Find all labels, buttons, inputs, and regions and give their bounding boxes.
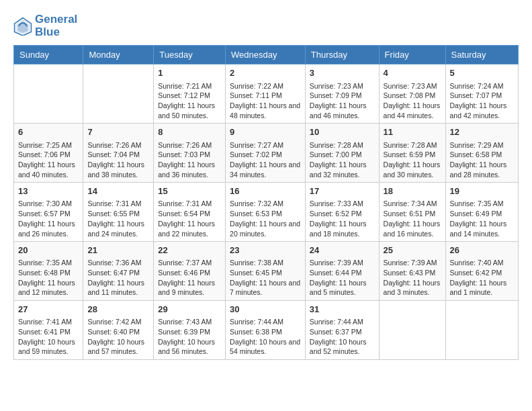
calendar-day-header: Sunday [14,46,83,64]
calendar-cell: 27Sunrise: 7:41 AM Sunset: 6:41 PM Dayli… [14,301,83,360]
day-info: Sunrise: 7:22 AM Sunset: 7:11 PM Dayligh… [230,81,301,121]
calendar-cell: 12Sunrise: 7:29 AM Sunset: 6:58 PM Dayli… [445,124,518,183]
day-info: Sunrise: 7:44 AM Sunset: 6:37 PM Dayligh… [310,317,375,357]
day-info: Sunrise: 7:31 AM Sunset: 6:54 PM Dayligh… [158,199,221,238]
day-number: 21 [87,244,149,257]
calendar-week-row: 20Sunrise: 7:35 AM Sunset: 6:48 PM Dayli… [14,242,519,301]
day-number: 29 [158,304,221,316]
logo-icon [13,17,32,36]
day-number: 26 [450,244,514,257]
day-number: 19 [450,185,514,197]
calendar-day-header: Wednesday [226,46,306,64]
day-number: 30 [230,304,301,316]
day-info: Sunrise: 7:39 AM Sunset: 6:43 PM Dayligh… [384,258,441,298]
day-number: 7 [87,126,149,138]
calendar-cell: 28Sunrise: 7:42 AM Sunset: 6:40 PM Dayli… [83,301,154,360]
day-info: Sunrise: 7:26 AM Sunset: 7:03 PM Dayligh… [158,140,221,180]
calendar-cell [83,64,154,124]
day-number: 9 [230,126,301,138]
calendar-cell: 24Sunrise: 7:39 AM Sunset: 6:44 PM Dayli… [305,242,379,301]
calendar-cell: 10Sunrise: 7:28 AM Sunset: 7:00 PM Dayli… [305,124,379,183]
day-info: Sunrise: 7:24 AM Sunset: 7:07 PM Dayligh… [450,81,514,121]
day-info: Sunrise: 7:40 AM Sunset: 6:42 PM Dayligh… [450,258,514,298]
day-info: Sunrise: 7:28 AM Sunset: 7:00 PM Dayligh… [310,140,375,180]
day-info: Sunrise: 7:44 AM Sunset: 6:38 PM Dayligh… [230,317,301,357]
day-number: 24 [310,244,375,257]
calendar-day-header: Saturday [445,46,518,64]
day-number: 10 [310,126,375,138]
day-info: Sunrise: 7:37 AM Sunset: 6:46 PM Dayligh… [158,258,221,298]
day-number: 22 [158,244,221,257]
day-info: Sunrise: 7:35 AM Sunset: 6:49 PM Dayligh… [450,199,514,238]
calendar-cell: 31Sunrise: 7:44 AM Sunset: 6:37 PM Dayli… [305,301,379,360]
day-number: 2 [230,67,301,79]
calendar-cell [379,301,445,360]
calendar-cell: 5Sunrise: 7:24 AM Sunset: 7:07 PM Daylig… [445,64,518,124]
calendar-cell [445,301,518,360]
calendar-week-row: 27Sunrise: 7:41 AM Sunset: 6:41 PM Dayli… [14,301,519,360]
calendar-cell: 3Sunrise: 7:23 AM Sunset: 7:09 PM Daylig… [305,64,379,124]
day-info: Sunrise: 7:26 AM Sunset: 7:04 PM Dayligh… [87,140,149,180]
calendar-cell: 1Sunrise: 7:21 AM Sunset: 7:12 PM Daylig… [154,64,226,124]
day-info: Sunrise: 7:30 AM Sunset: 6:57 PM Dayligh… [18,199,79,238]
day-number: 15 [158,185,221,197]
calendar-cell: 22Sunrise: 7:37 AM Sunset: 6:46 PM Dayli… [154,242,226,301]
day-number: 11 [384,126,441,138]
day-number: 12 [450,126,514,138]
calendar-day-header: Friday [379,46,445,64]
calendar-cell: 2Sunrise: 7:22 AM Sunset: 7:11 PM Daylig… [226,64,306,124]
calendar-cell: 21Sunrise: 7:36 AM Sunset: 6:47 PM Dayli… [83,242,154,301]
calendar-header-row: SundayMondayTuesdayWednesdayThursdayFrid… [14,46,519,64]
day-info: Sunrise: 7:35 AM Sunset: 6:48 PM Dayligh… [18,258,79,298]
calendar-cell: 23Sunrise: 7:38 AM Sunset: 6:45 PM Dayli… [226,242,306,301]
day-number: 1 [158,67,221,79]
calendar-cell: 4Sunrise: 7:23 AM Sunset: 7:08 PM Daylig… [379,64,445,124]
day-info: Sunrise: 7:38 AM Sunset: 6:45 PM Dayligh… [230,258,301,298]
day-info: Sunrise: 7:21 AM Sunset: 7:12 PM Dayligh… [158,81,221,121]
day-number: 14 [87,185,149,197]
calendar-cell: 7Sunrise: 7:26 AM Sunset: 7:04 PM Daylig… [83,124,154,183]
day-info: Sunrise: 7:36 AM Sunset: 6:47 PM Dayligh… [87,258,149,298]
calendar-cell: 30Sunrise: 7:44 AM Sunset: 6:38 PM Dayli… [226,301,306,360]
day-info: Sunrise: 7:25 AM Sunset: 7:06 PM Dayligh… [18,140,79,180]
day-info: Sunrise: 7:29 AM Sunset: 6:58 PM Dayligh… [450,140,514,180]
day-number: 3 [310,67,375,79]
calendar-cell: 19Sunrise: 7:35 AM Sunset: 6:49 PM Dayli… [445,183,518,242]
calendar-cell: 13Sunrise: 7:30 AM Sunset: 6:57 PM Dayli… [14,183,83,242]
calendar-cell: 17Sunrise: 7:33 AM Sunset: 6:52 PM Dayli… [305,183,379,242]
day-number: 23 [230,244,301,257]
day-info: Sunrise: 7:43 AM Sunset: 6:39 PM Dayligh… [158,317,221,357]
day-number: 18 [384,185,441,197]
calendar-day-header: Thursday [305,46,379,64]
day-info: Sunrise: 7:31 AM Sunset: 6:55 PM Dayligh… [87,199,149,238]
calendar-cell: 6Sunrise: 7:25 AM Sunset: 7:06 PM Daylig… [14,124,83,183]
calendar-cell: 9Sunrise: 7:27 AM Sunset: 7:02 PM Daylig… [226,124,306,183]
calendar-week-row: 13Sunrise: 7:30 AM Sunset: 6:57 PM Dayli… [14,183,519,242]
day-number: 16 [230,185,301,197]
calendar-cell: 15Sunrise: 7:31 AM Sunset: 6:54 PM Dayli… [154,183,226,242]
calendar-cell [14,64,83,124]
calendar-week-row: 6Sunrise: 7:25 AM Sunset: 7:06 PM Daylig… [14,124,519,183]
day-number: 31 [310,304,375,316]
day-info: Sunrise: 7:23 AM Sunset: 7:09 PM Dayligh… [310,81,375,121]
calendar-cell: 25Sunrise: 7:39 AM Sunset: 6:43 PM Dayli… [379,242,445,301]
day-info: Sunrise: 7:39 AM Sunset: 6:44 PM Dayligh… [310,258,375,298]
header: General Blue [13,13,519,38]
day-number: 6 [18,126,79,138]
day-info: Sunrise: 7:23 AM Sunset: 7:08 PM Dayligh… [384,81,441,121]
day-number: 17 [310,185,375,197]
calendar-cell: 26Sunrise: 7:40 AM Sunset: 6:42 PM Dayli… [445,242,518,301]
day-info: Sunrise: 7:41 AM Sunset: 6:41 PM Dayligh… [18,317,79,357]
logo-text: General Blue [35,13,77,38]
calendar-cell: 11Sunrise: 7:28 AM Sunset: 6:59 PM Dayli… [379,124,445,183]
day-info: Sunrise: 7:32 AM Sunset: 6:53 PM Dayligh… [230,199,301,238]
calendar-cell: 8Sunrise: 7:26 AM Sunset: 7:03 PM Daylig… [154,124,226,183]
calendar-week-row: 1Sunrise: 7:21 AM Sunset: 7:12 PM Daylig… [14,64,519,124]
day-number: 4 [384,67,441,79]
day-info: Sunrise: 7:34 AM Sunset: 6:51 PM Dayligh… [384,199,441,238]
logo: General Blue [13,13,77,38]
day-info: Sunrise: 7:42 AM Sunset: 6:40 PM Dayligh… [87,317,149,357]
day-info: Sunrise: 7:27 AM Sunset: 7:02 PM Dayligh… [230,140,301,180]
day-info: Sunrise: 7:33 AM Sunset: 6:52 PM Dayligh… [310,199,375,238]
day-number: 13 [18,185,79,197]
